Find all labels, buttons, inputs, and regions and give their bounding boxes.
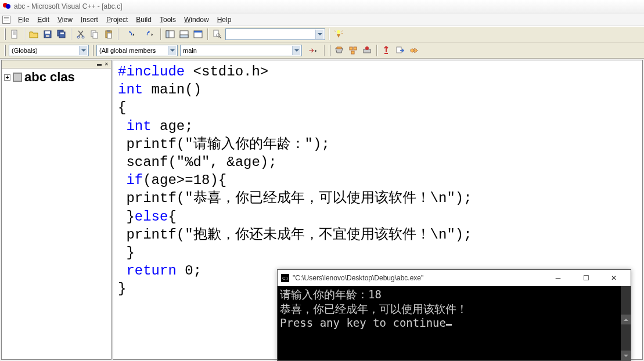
goto-icon[interactable] <box>304 44 321 57</box>
menu-tools[interactable]: Tools <box>156 15 180 25</box>
console-window: C:\ "C:\Users\lenovo\Desktop\Debug\abc.e… <box>277 269 631 361</box>
console-titlebar[interactable]: C:\ "C:\Users\lenovo\Desktop\Debug\abc.e… <box>278 270 631 286</box>
window-list-icon[interactable] <box>192 28 204 41</box>
console-minimize-button[interactable]: ─ <box>549 272 567 284</box>
tree-expand-icon[interactable]: + <box>4 74 10 81</box>
menu-view[interactable]: View <box>53 15 77 25</box>
svg-rect-19 <box>194 31 202 33</box>
svg-point-22 <box>337 30 340 34</box>
find-combo[interactable] <box>225 28 325 40</box>
console-output[interactable]: 请输入你的年龄：18 恭喜，你已经成年，可以使用该软件！ Press any k… <box>278 286 631 360</box>
svg-rect-28 <box>384 53 388 54</box>
toolbar-grip[interactable] <box>329 45 330 56</box>
menu-insert[interactable]: Insert <box>77 15 102 25</box>
find-in-files-icon[interactable] <box>211 28 224 41</box>
svg-rect-10 <box>93 33 98 38</box>
console-close-button[interactable]: ✕ <box>605 272 623 284</box>
breakpoint-icon[interactable] <box>408 44 420 57</box>
undo-icon[interactable] <box>121 28 139 41</box>
toolbar-grip[interactable] <box>4 45 6 56</box>
console-scrollbar[interactable] <box>621 286 631 360</box>
scroll-down-icon[interactable] <box>621 351 631 360</box>
tree-root-label: abc clas <box>24 70 75 85</box>
workspace-icon[interactable] <box>164 28 177 41</box>
copy-icon[interactable] <box>88 28 101 41</box>
menu-project[interactable]: Project <box>102 15 132 25</box>
svg-rect-6 <box>60 33 64 34</box>
console-maximize-button[interactable]: ☐ <box>577 272 595 284</box>
cut-icon[interactable] <box>74 28 87 41</box>
menu-bar: File Edit View Insert Project Build Tool… <box>0 13 644 26</box>
svg-rect-17 <box>180 35 188 38</box>
console-icon: C:\ <box>281 274 289 282</box>
svg-rect-2 <box>45 31 50 34</box>
output-icon[interactable] <box>178 28 190 41</box>
svg-rect-29 <box>397 47 401 53</box>
scroll-up-icon[interactable] <box>621 315 631 324</box>
console-cursor <box>446 324 452 326</box>
title-bar: abc - Microsoft Visual C++ - [abc.c] <box>0 0 644 13</box>
menu-window[interactable]: Window <box>180 15 213 25</box>
save-icon[interactable] <box>41 28 54 41</box>
menu-help[interactable]: Help <box>213 15 236 25</box>
redo-icon[interactable] <box>140 28 157 41</box>
panel-header: ▬ ✕ <box>2 60 111 68</box>
go-icon[interactable] <box>394 44 406 57</box>
console-title: "C:\Users\lenovo\Desktop\Debug\abc.exe" <box>293 274 423 282</box>
menu-file[interactable]: File <box>14 15 33 25</box>
svg-rect-12 <box>107 30 110 32</box>
svg-rect-3 <box>46 35 49 37</box>
toolbar-grip[interactable] <box>4 28 6 40</box>
svg-rect-25 <box>351 51 354 54</box>
menu-edit[interactable]: Edit <box>33 15 53 25</box>
save-all-icon[interactable] <box>55 28 68 41</box>
svg-rect-15 <box>166 31 169 38</box>
wizard-toolbar: (Globals) (All global members main <box>0 42 644 59</box>
members-combo[interactable]: (All global members <box>96 45 178 56</box>
panel-handle-icon[interactable]: ▬ <box>96 61 103 68</box>
menu-build[interactable]: Build <box>132 15 156 25</box>
scope-combo[interactable]: (Globals) <box>9 45 89 56</box>
svg-rect-23 <box>350 47 352 50</box>
function-combo[interactable]: main <box>180 45 302 56</box>
paste-icon[interactable] <box>102 28 115 41</box>
svg-rect-24 <box>354 47 357 50</box>
svg-point-30 <box>411 49 414 52</box>
workspace-panel: ▬ ✕ + abc clas <box>1 60 111 360</box>
window-title: abc - Microsoft Visual C++ - [abc.c] <box>14 2 123 10</box>
build-icon[interactable] <box>347 44 359 57</box>
svg-rect-13 <box>107 33 111 38</box>
execute-icon[interactable] <box>380 44 393 57</box>
classes-icon <box>13 73 22 82</box>
svg-rect-20 <box>214 30 218 37</box>
toolbar-grip[interactable] <box>92 45 93 56</box>
new-text-file-icon[interactable] <box>8 28 21 41</box>
mdi-document-icon[interactable] <box>2 16 10 24</box>
open-icon[interactable] <box>27 28 40 41</box>
app-logo-icon <box>2 2 12 11</box>
standard-toolbar <box>0 26 644 42</box>
compile-icon[interactable] <box>333 44 346 57</box>
tips-icon[interactable] <box>332 28 345 41</box>
class-tree-root[interactable]: + abc clas <box>2 68 111 86</box>
stop-build-icon[interactable] <box>361 44 373 57</box>
svg-point-27 <box>365 46 369 50</box>
panel-close-icon[interactable]: ✕ <box>103 61 110 68</box>
